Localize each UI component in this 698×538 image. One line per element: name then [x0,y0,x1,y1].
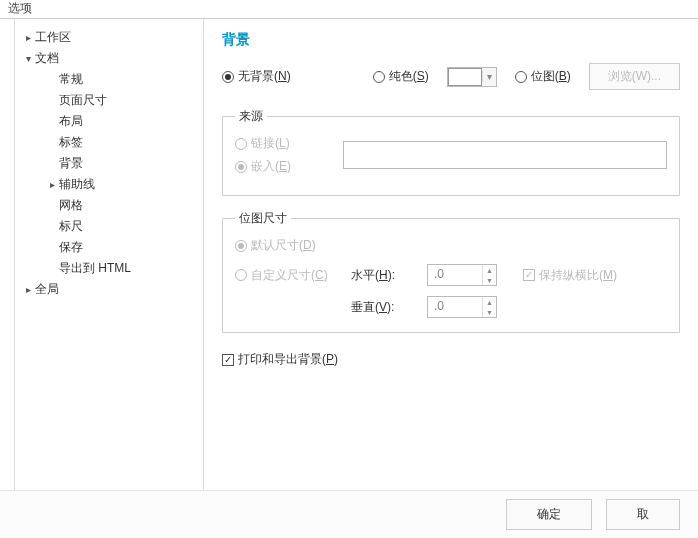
source-legend: 来源 [235,108,267,125]
tree-item-label: 文档 [35,50,59,67]
caret-down-icon: ▾ [23,53,33,64]
source-path-input[interactable] [343,141,667,169]
main-area: ▸工作区▾文档常规页面尺寸布局标签背景▸辅助线网格标尺保存导出到 HTML▸全局… [0,18,698,490]
tree-item-label: 标尺 [59,218,83,235]
radio-mark [373,71,385,83]
caret-right-icon: ▸ [23,284,33,295]
keep-aspect-ratio-checkbox: ✓ 保持纵横比(M) [523,267,667,284]
tree-item-label: 页面尺寸 [59,92,107,109]
color-swatch [448,68,482,86]
radio-source-link: 链接(L) [235,135,291,152]
radio-no-background[interactable]: 无背景(N) [222,68,291,85]
background-settings-panel: 背景 无背景(N) 纯色(S) [204,19,698,490]
spin-up-icon: ▲ [483,297,496,307]
tree-item[interactable]: 导出到 HTML [15,258,203,279]
dialog-footer: 确定 取 [0,490,698,538]
tree-item-label: 导出到 HTML [59,260,131,277]
tree-item-label: 网格 [59,197,83,214]
window-title: 选项 [0,0,40,19]
tree-item[interactable]: ▸辅助线 [15,174,203,195]
caret-right-icon: ▸ [47,179,57,190]
solid-color-picker[interactable]: ▾ [447,67,497,87]
tree-item-label: 保存 [59,239,83,256]
radio-source-embed: 嵌入(E) [235,158,291,175]
tree-item[interactable]: 背景 [15,153,203,174]
horizontal-label: 水平(H): [351,267,421,284]
background-type-row: 无背景(N) 纯色(S) ▾ 位图(B) [222,63,680,90]
tree-item[interactable]: ▾文档 [15,48,203,69]
source-group: 来源 链接(L) 嵌入(E) [222,108,680,196]
caret-right-icon: ▸ [23,32,33,43]
browse-button[interactable]: 浏览(W)... [589,63,680,90]
category-tree[interactable]: ▸工作区▾文档常规页面尺寸布局标签背景▸辅助线网格标尺保存导出到 HTML▸全局 [14,19,204,490]
radio-default-size: 默认尺寸(D) [235,237,345,254]
radio-custom-size: 自定义尺寸(C) [235,267,345,284]
tree-item[interactable]: 布局 [15,111,203,132]
page-heading: 背景 [222,31,680,49]
tree-item[interactable]: ▸全局 [15,279,203,300]
tree-item-label: 辅助线 [59,176,95,193]
radio-mark [515,71,527,83]
tree-item[interactable]: 页面尺寸 [15,90,203,111]
tree-item[interactable]: 网格 [15,195,203,216]
radio-bitmap[interactable]: 位图(B) [515,68,571,85]
tree-item[interactable]: 保存 [15,237,203,258]
chevron-down-icon: ▾ [482,71,496,82]
vertical-size-input[interactable]: .0 ▲▼ [427,296,497,318]
cancel-button[interactable]: 取 [606,499,680,530]
spin-up-icon: ▲ [483,265,496,275]
radio-solid-color[interactable]: 纯色(S) [373,68,429,85]
spin-down-icon: ▼ [483,307,496,317]
tree-item[interactable]: 标尺 [15,216,203,237]
tree-item-label: 工作区 [35,29,71,46]
tree-item-label: 全局 [35,281,59,298]
tree-item[interactable]: ▸工作区 [15,27,203,48]
options-window: 选项 ▸工作区▾文档常规页面尺寸布局标签背景▸辅助线网格标尺保存导出到 HTML… [0,0,698,538]
bitmap-size-group: 位图尺寸 默认尺寸(D) 自定义尺寸(C) [222,210,680,333]
tree-item-label: 常规 [59,71,83,88]
ok-button[interactable]: 确定 [506,499,592,530]
horizontal-size-input[interactable]: .0 ▲▼ [427,264,497,286]
radio-mark [222,71,234,83]
tree-item[interactable]: 常规 [15,69,203,90]
print-export-background-checkbox[interactable]: ✓ 打印和导出背景(P) [222,351,338,368]
tree-item-label: 背景 [59,155,83,172]
vertical-label: 垂直(V): [351,299,421,316]
tree-item-label: 布局 [59,113,83,130]
spin-down-icon: ▼ [483,275,496,285]
tree-item[interactable]: 标签 [15,132,203,153]
bitmap-size-legend: 位图尺寸 [235,210,291,227]
tree-item-label: 标签 [59,134,83,151]
